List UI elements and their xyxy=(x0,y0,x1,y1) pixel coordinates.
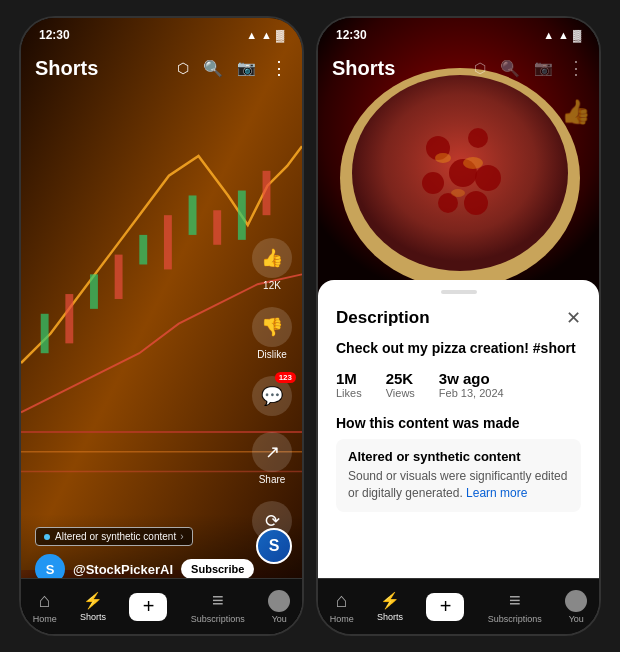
home-label-r: Home xyxy=(330,614,354,624)
synthetic-section: Altered or synthetic content Sound or vi… xyxy=(336,439,581,512)
time-right: 12:30 xyxy=(336,28,367,42)
svg-rect-6 xyxy=(90,274,98,309)
nav-you-r[interactable]: You xyxy=(565,590,587,624)
add-icon: + xyxy=(129,593,167,621)
action-buttons: 👍 12K 👎 Dislike 💬 123 ↗ Share ⟳ Remix xyxy=(252,238,292,554)
phone-left: 12:30 ▲ ▲ ▓ Shorts ⬡ 🔍 📷 ⋮ xyxy=(19,16,304,636)
nav-shorts[interactable]: ⚡ Shorts xyxy=(80,591,106,622)
search-icon-r[interactable]: 🔍 xyxy=(500,59,520,78)
shorts-icon-r: ⚡ xyxy=(380,591,400,610)
cast-icon[interactable]: ⬡ xyxy=(177,60,189,76)
shorts-label: Shorts xyxy=(80,612,106,622)
bottom-nav-right: ⌂ Home ⚡ Shorts + ≡ Subscriptions You xyxy=(318,578,599,634)
add-icon-r: + xyxy=(426,593,464,621)
svg-rect-12 xyxy=(238,191,246,240)
svg-rect-11 xyxy=(213,210,221,245)
status-bar-left: 12:30 ▲ ▲ ▓ xyxy=(21,18,302,46)
likes-label: Likes xyxy=(336,387,362,399)
nav-you[interactable]: You xyxy=(268,590,290,624)
header-right: Shorts ⬡ 🔍 📷 ⋮ xyxy=(318,46,599,90)
svg-point-24 xyxy=(435,153,451,163)
synthetic-badge[interactable]: Altered or synthetic content › xyxy=(35,527,193,546)
badge-dot xyxy=(44,534,50,540)
battery-icon: ▓ xyxy=(276,29,284,41)
like-icon-right[interactable]: 👍 xyxy=(561,98,591,126)
svg-point-20 xyxy=(422,172,444,194)
how-made-title: How this content was made xyxy=(336,415,581,431)
subscriptions-icon: ≡ xyxy=(212,589,224,612)
nav-shorts-r[interactable]: ⚡ Shorts xyxy=(377,591,403,622)
shorts-icon: ⚡ xyxy=(83,591,103,610)
svg-point-18 xyxy=(468,128,488,148)
close-button[interactable]: ✕ xyxy=(566,309,581,327)
nav-subscriptions-r[interactable]: ≡ Subscriptions xyxy=(488,589,542,624)
svg-rect-4 xyxy=(41,314,49,353)
you-avatar-r xyxy=(565,590,587,612)
header-left: Shorts ⬡ 🔍 📷 ⋮ xyxy=(21,46,302,90)
nav-home-r[interactable]: ⌂ Home xyxy=(330,589,354,624)
header-icons-right: ⬡ 🔍 📷 ⋮ xyxy=(474,57,585,79)
camera-icon-r[interactable]: 📷 xyxy=(534,59,553,77)
dislike-button[interactable]: 👎 Dislike xyxy=(252,307,292,360)
description-sheet: Description ✕ Check out my pizza creatio… xyxy=(318,280,599,578)
share-icon: ↗ xyxy=(252,432,292,472)
search-icon[interactable]: 🔍 xyxy=(203,59,223,78)
date-label: Feb 13, 2024 xyxy=(439,387,504,399)
comment-icon: 💬 123 xyxy=(252,376,292,416)
bottom-nav-left: ⌂ Home ⚡ Shorts + ≡ Subscriptions You xyxy=(21,578,302,634)
home-label: Home xyxy=(33,614,57,624)
wifi-icon-r: ▲ xyxy=(543,29,554,41)
cast-icon-r[interactable]: ⬡ xyxy=(474,60,486,76)
likes-value: 1M xyxy=(336,370,362,387)
like-button[interactable]: 👍 12K xyxy=(252,238,292,291)
svg-point-25 xyxy=(463,157,483,169)
nav-add[interactable]: + xyxy=(129,593,167,621)
menu-icon[interactable]: ⋮ xyxy=(270,57,288,79)
svg-point-26 xyxy=(451,189,465,197)
dislike-label: Dislike xyxy=(257,349,286,360)
svg-rect-7 xyxy=(115,255,123,299)
phone-right: 12:30 ▲ ▲ ▓ Shorts ⬡ 🔍 📷 ⋮ xyxy=(316,16,601,636)
header-icons-left: ⬡ 🔍 📷 ⋮ xyxy=(177,57,288,79)
wifi-icon: ▲ xyxy=(246,29,257,41)
svg-rect-13 xyxy=(263,171,271,215)
views-label: Views xyxy=(386,387,415,399)
share-button[interactable]: ↗ Share xyxy=(252,432,292,485)
like-count: 12K xyxy=(263,280,281,291)
nav-home[interactable]: ⌂ Home xyxy=(33,589,57,624)
subscriptions-label: Subscriptions xyxy=(191,614,245,624)
svg-rect-8 xyxy=(139,235,147,265)
music-disc[interactable]: S xyxy=(256,528,292,564)
subscribe-button[interactable]: Subscribe xyxy=(181,559,254,579)
sheet-header: Description ✕ xyxy=(336,308,581,328)
date-value: 3w ago xyxy=(439,370,504,387)
you-avatar xyxy=(268,590,290,612)
nav-subscriptions[interactable]: ≡ Subscriptions xyxy=(191,589,245,624)
battery-icon-r: ▓ xyxy=(573,29,581,41)
sheet-title: Description xyxy=(336,308,430,328)
menu-icon-r[interactable]: ⋮ xyxy=(567,57,585,79)
nav-add-r[interactable]: + xyxy=(426,593,464,621)
badge-arrow: › xyxy=(180,531,183,542)
stat-date: 3w ago Feb 13, 2024 xyxy=(439,370,504,399)
you-label: You xyxy=(272,614,287,624)
svg-rect-10 xyxy=(189,195,197,234)
camera-icon[interactable]: 📷 xyxy=(237,59,256,77)
stat-likes: 1M Likes xyxy=(336,370,362,399)
sheet-handle xyxy=(441,290,477,294)
channel-name: @StockPickerAI xyxy=(73,562,173,577)
status-bar-right: 12:30 ▲ ▲ ▓ xyxy=(318,18,599,46)
home-icon-r: ⌂ xyxy=(336,589,348,612)
status-icons-left: ▲ ▲ ▓ xyxy=(246,29,284,41)
header-title-right: Shorts xyxy=(332,57,395,80)
signal-icon: ▲ xyxy=(261,29,272,41)
subscriptions-label-r: Subscriptions xyxy=(488,614,542,624)
stats-row: 1M Likes 25K Views 3w ago Feb 13, 2024 xyxy=(336,370,581,399)
time-left: 12:30 xyxy=(39,28,70,42)
share-label: Share xyxy=(259,474,286,485)
views-value: 25K xyxy=(386,370,415,387)
comment-button[interactable]: 💬 123 xyxy=(252,376,292,416)
home-icon: ⌂ xyxy=(39,589,51,612)
learn-more-link[interactable]: Learn more xyxy=(466,486,527,500)
signal-icon-r: ▲ xyxy=(558,29,569,41)
